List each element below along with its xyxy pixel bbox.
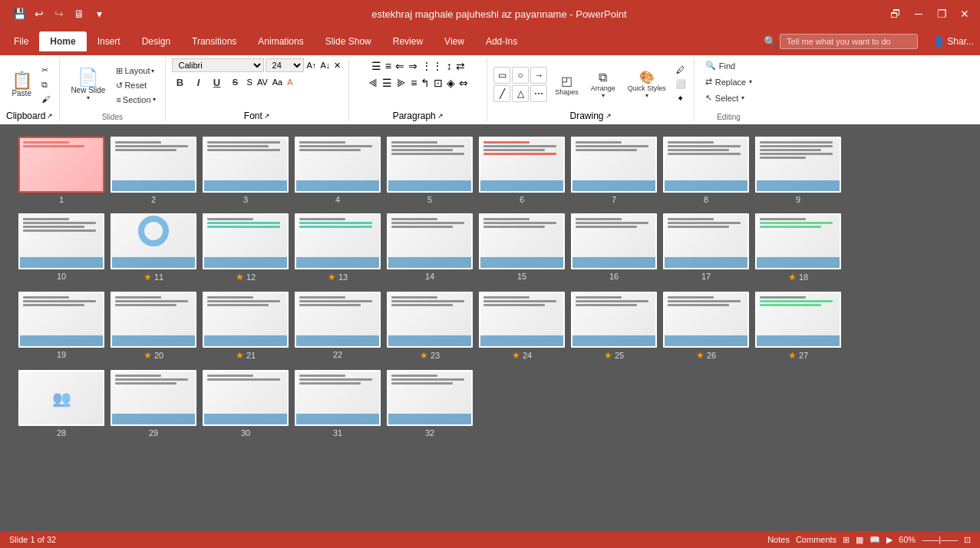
slide-item-28[interactable]: 👥 28 — [18, 370, 104, 437]
replace-button[interactable]: ⇄ Replace ▾ — [701, 74, 757, 89]
strikethrough-button[interactable]: S — [227, 74, 244, 91]
comments-button[interactable]: Comments — [796, 535, 836, 545]
quick-styles-button[interactable]: 🎨 Quick Styles ▾ — [623, 67, 671, 102]
save-button[interactable]: 💾 — [11, 5, 28, 22]
font-color-button[interactable]: A — [285, 76, 294, 88]
slide-item-22[interactable]: 22 — [295, 292, 381, 361]
clear-format-button[interactable]: ✕ — [332, 59, 342, 72]
reset-button[interactable]: ↺ Reset — [113, 79, 158, 92]
clipboard-expand-icon[interactable]: ↗ — [47, 112, 53, 120]
slide-item-13[interactable]: ★13 — [295, 213, 381, 282]
slide-item-7[interactable]: 7 — [571, 137, 657, 204]
text-direction-button[interactable]: ⇄ — [454, 58, 467, 74]
tab-design[interactable]: Design — [131, 31, 181, 51]
tell-me-input[interactable] — [780, 34, 918, 49]
shape-outline-button[interactable]: ⬜ — [674, 78, 688, 91]
slide-item-12[interactable]: ★12 — [203, 213, 289, 282]
view-normal-button[interactable]: ⊞ — [843, 535, 850, 545]
copy-button[interactable]: ⧉ — [38, 78, 53, 91]
slide-item-14[interactable]: 14 — [387, 213, 473, 282]
shape-effects-button[interactable]: ✦ — [674, 92, 688, 105]
shadow-button[interactable]: S — [246, 76, 254, 88]
font-size-select[interactable]: 24 — [266, 58, 304, 72]
line-spacing-button[interactable]: ↕ — [445, 58, 454, 74]
align-center-button[interactable]: ☰ — [381, 75, 394, 91]
columns-button[interactable]: ⋮⋮ — [420, 58, 444, 74]
italic-button[interactable]: I — [190, 74, 207, 91]
underline-button[interactable]: U — [209, 74, 226, 91]
undo-button[interactable]: ↩ — [31, 5, 48, 22]
increase-font-button[interactable]: A↑ — [305, 59, 318, 72]
slide-item-29[interactable]: 29 — [111, 370, 196, 437]
increase-indent-button[interactable]: ⇒ — [407, 58, 419, 74]
slide-item-24[interactable]: ★24 — [479, 292, 565, 361]
view-slideshow-button[interactable]: ▶ — [886, 535, 893, 545]
decrease-font-button[interactable]: A↓ — [318, 59, 332, 72]
tab-file[interactable]: File — [3, 31, 39, 51]
slide-item-20[interactable]: ★20 — [111, 292, 196, 361]
slide-item-11[interactable]: ★11 — [111, 213, 196, 282]
tab-transitions[interactable]: Transitions — [181, 31, 247, 51]
tab-review[interactable]: Review — [382, 31, 434, 51]
slide-item-21[interactable]: ★21 — [203, 292, 289, 361]
bold-button[interactable]: B — [172, 74, 189, 91]
slide-item-6[interactable]: 6 — [479, 137, 565, 204]
case-button[interactable]: Aa — [271, 76, 284, 88]
slide-item-25[interactable]: ★25 — [571, 292, 657, 361]
layout-button[interactable]: ⊞ Layout ▾ — [113, 64, 158, 78]
slide-item-30[interactable]: 30 — [203, 370, 289, 437]
tab-slideshow[interactable]: Slide Show — [315, 31, 382, 51]
slide-item-16[interactable]: 16 — [571, 213, 657, 282]
slide-item-3[interactable]: 3 — [203, 137, 289, 204]
zoom-slider[interactable]: ——|—— — [922, 535, 958, 545]
slide-item-10[interactable]: 10 — [18, 213, 104, 282]
shape-arrow[interactable]: → — [530, 67, 547, 84]
tab-animations[interactable]: Animations — [247, 31, 314, 51]
shape-circle[interactable]: ○ — [512, 67, 529, 84]
slide-item-1[interactable]: 1 — [18, 137, 104, 204]
slide-item-18[interactable]: ★18 — [755, 213, 841, 282]
minimize-button[interactable]: ─ — [909, 5, 928, 23]
bullets-button[interactable]: ☰ — [370, 58, 383, 74]
slide-item-9[interactable]: 9 — [755, 137, 841, 204]
tab-home[interactable]: Home — [39, 31, 86, 51]
slide-item-32[interactable]: 32 — [387, 370, 473, 437]
font-expand-icon[interactable]: ↗ — [264, 112, 270, 120]
char-spacing-button[interactable]: AV — [256, 76, 269, 88]
drawing-expand-icon[interactable]: ↗ — [605, 112, 612, 120]
align-left-button[interactable]: ⫷ — [366, 75, 380, 91]
select-button[interactable]: ↖ Select ▾ — [701, 91, 750, 105]
view-sorter-button[interactable]: ▦ — [856, 535, 863, 545]
fit-button[interactable]: ⊡ — [964, 535, 971, 545]
text-box-button[interactable]: ⊡ — [432, 75, 444, 91]
font-name-select[interactable]: Calibri — [172, 58, 264, 72]
presentation-button[interactable]: 🖥 — [71, 5, 87, 22]
decrease-indent-button[interactable]: ⇐ — [394, 58, 406, 74]
redo-button[interactable]: ↪ — [51, 5, 68, 22]
format-painter-button[interactable]: 🖌 — [38, 93, 53, 105]
align-right-button[interactable]: ⫸ — [394, 75, 408, 91]
slide-item-23[interactable]: ★23 — [387, 292, 473, 361]
section-button[interactable]: ≡ Section ▾ — [113, 94, 158, 106]
slide-item-15[interactable]: 15 — [479, 213, 565, 282]
find-button[interactable]: 🔍 Find — [701, 58, 740, 73]
tab-view[interactable]: View — [434, 31, 475, 51]
slide-item-4[interactable]: 4 — [295, 137, 381, 204]
justify-button[interactable]: ≡ — [409, 75, 418, 91]
convert-button[interactable]: ⇔ — [457, 75, 470, 91]
slide-item-2[interactable]: 2 — [111, 137, 196, 204]
cut-button[interactable]: ✂ — [38, 64, 53, 77]
tab-insert[interactable]: Insert — [87, 31, 131, 51]
view-reading-button[interactable]: 📖 — [869, 535, 880, 545]
shape-triangle[interactable]: △ — [512, 85, 529, 102]
slide-item-19[interactable]: 19 — [18, 292, 104, 361]
shape-line[interactable]: ╱ — [493, 85, 510, 102]
more-button[interactable]: ▾ — [91, 5, 107, 22]
slide-item-27[interactable]: ★27 — [755, 292, 841, 361]
smartart-button[interactable]: ◈ — [445, 75, 457, 91]
paragraph-expand-icon[interactable]: ↗ — [437, 112, 444, 120]
slide-item-17[interactable]: 17 — [663, 213, 749, 282]
slide-item-26[interactable]: ★26 — [663, 292, 749, 361]
shape-fill-button[interactable]: 🖊 — [674, 64, 688, 76]
restore-button[interactable]: ❐ — [932, 5, 951, 23]
